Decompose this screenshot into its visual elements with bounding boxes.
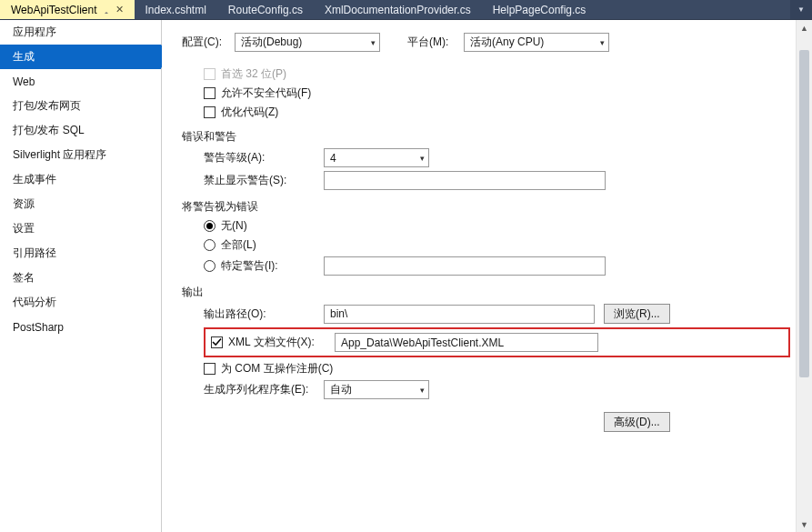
sidebar-item-build-events[interactable]: 生成事件	[0, 167, 161, 192]
xml-doc-checkbox[interactable]	[211, 336, 223, 348]
optimize-checkbox[interactable]	[204, 106, 216, 118]
tab-xmldocprovider[interactable]: XmlDocumentationProvider.cs	[314, 0, 482, 19]
warning-level-value: 4	[330, 152, 336, 165]
sidebar-item-application[interactable]: 应用程序	[0, 20, 161, 45]
suppress-warnings-input[interactable]	[324, 171, 606, 190]
sidebar-item-label: 设置	[13, 221, 35, 236]
sidebar-item-label: Silverlight 应用程序	[13, 147, 106, 163]
treat-all-radio[interactable]	[204, 239, 216, 251]
output-path-input[interactable]: bin\	[324, 305, 595, 324]
treat-specific-label: 特定警告(I):	[221, 258, 324, 274]
sidebar-item-reference-paths[interactable]: 引用路径	[0, 241, 161, 266]
treat-all-row: 全部(L)	[204, 237, 790, 253]
xml-doc-input[interactable]: App_Data\WebApiTestClient.XML	[335, 333, 598, 352]
com-checkbox[interactable]	[204, 363, 216, 375]
allow-unsafe-label: 允许不安全代码(F)	[221, 85, 311, 101]
treat-all-label: 全部(L)	[221, 237, 256, 253]
sidebar-item-label: 打包/发布网页	[13, 98, 81, 114]
allow-unsafe-checkbox[interactable]	[204, 87, 216, 99]
sidebar-item-label: 生成事件	[13, 172, 56, 187]
warning-level-row: 警告等级(A): 4 ▾	[204, 148, 790, 167]
sidebar-item-postsharp[interactable]: PostSharp	[0, 315, 161, 339]
pin-icon	[103, 6, 110, 14]
output-path-label: 输出路径(O):	[204, 306, 324, 322]
sidebar-item-label: PostSharp	[13, 321, 64, 334]
output-path-row: 输出路径(O): bin\ 浏览(R)...	[204, 304, 790, 324]
browse-button[interactable]: 浏览(R)...	[604, 304, 670, 324]
treat-none-label: 无(N)	[221, 218, 247, 234]
chevron-down-icon: ▾	[420, 154, 425, 163]
close-icon[interactable]: ✕	[115, 4, 124, 15]
tab-helppageconfig[interactable]: HelpPageConfig.cs	[482, 0, 597, 19]
scroll-thumb[interactable]	[799, 50, 809, 377]
xml-doc-label: XML 文档文件(X):	[228, 335, 335, 350]
tabstrip-spacer	[596, 0, 790, 19]
chevron-down-icon: ▾	[420, 386, 425, 395]
config-select[interactable]: 活动(Debug) ▾	[235, 33, 380, 52]
output-section-title: 输出	[182, 285, 790, 300]
com-row: 为 COM 互操作注册(C)	[204, 361, 790, 376]
prefer32-label: 首选 32 位(P)	[221, 66, 286, 82]
scroll-up-icon[interactable]: ▲	[797, 20, 812, 35]
treat-specific-input[interactable]	[324, 256, 606, 276]
tab-routeconfig[interactable]: RouteConfig.cs	[217, 0, 314, 19]
treat-section-title: 将警告视为错误	[182, 199, 790, 215]
treat-specific-row: 特定警告(I):	[204, 256, 790, 276]
sidebar-item-label: 应用程序	[13, 25, 56, 40]
tab-label: WebApiTestClient	[11, 4, 97, 16]
warning-level-label: 警告等级(A):	[204, 150, 324, 166]
warning-level-select[interactable]: 4 ▾	[324, 148, 429, 167]
tab-label: XmlDocumentationProvider.cs	[325, 4, 471, 16]
treat-none-row: 无(N)	[204, 218, 790, 234]
sidebar-item-resources[interactable]: 资源	[0, 192, 161, 216]
sidebar-item-label: 打包/发布 SQL	[13, 123, 85, 138]
platform-label: 平台(M):	[407, 35, 464, 50]
sidebar-item-silverlight[interactable]: Silverlight 应用程序	[0, 143, 161, 167]
tab-index-cshtml[interactable]: Index.cshtml	[135, 0, 217, 19]
prefer32-checkbox	[204, 68, 216, 80]
sidebar-item-label: 引用路径	[13, 246, 56, 261]
tab-label: Index.cshtml	[145, 4, 206, 16]
tab-webapitestclient[interactable]: WebApiTestClient ✕	[0, 0, 135, 19]
xml-doc-highlight: XML 文档文件(X): App_Data\WebApiTestClient.X…	[204, 327, 790, 357]
sidebar-item-package-web[interactable]: 打包/发布网页	[0, 94, 161, 118]
platform-value: 活动(Any CPU)	[470, 35, 544, 50]
treat-specific-radio[interactable]	[204, 260, 216, 272]
sidebar-item-label: 代码分析	[13, 295, 56, 310]
sidebar-item-package-sql[interactable]: 打包/发布 SQL	[0, 118, 161, 143]
sidebar-item-settings[interactable]: 设置	[0, 216, 161, 241]
sidebar-item-label: 资源	[13, 196, 35, 212]
config-label: 配置(C):	[182, 35, 235, 50]
config-row: 配置(C): 活动(Debug) ▾ 平台(M): 活动(Any CPU) ▾	[182, 33, 790, 52]
editor-tabstrip: WebApiTestClient ✕ Index.cshtml RouteCon…	[0, 0, 812, 20]
serialize-label: 生成序列化程序集(E):	[204, 382, 324, 397]
content-wrap: 配置(C): 活动(Debug) ▾ 平台(M): 活动(Any CPU) ▾ …	[162, 20, 812, 532]
scroll-track[interactable]	[797, 35, 812, 517]
sidebar-item-web[interactable]: Web	[0, 69, 161, 94]
sidebar-item-build[interactable]: 生成	[0, 45, 161, 69]
sidebar-item-signing[interactable]: 签名	[0, 266, 161, 290]
project-sidebar: 应用程序 生成 Web 打包/发布网页 打包/发布 SQL Silverligh…	[0, 20, 162, 532]
sidebar-item-label: 签名	[13, 270, 35, 286]
optimize-row: 优化代码(Z)	[204, 105, 790, 120]
com-label: 为 COM 互操作注册(C)	[221, 361, 333, 376]
vertical-scrollbar[interactable]: ▲ ▼	[796, 20, 812, 532]
main: 应用程序 生成 Web 打包/发布网页 打包/发布 SQL Silverligh…	[0, 20, 812, 532]
scroll-down-icon[interactable]: ▼	[797, 517, 812, 532]
sidebar-item-code-analysis[interactable]: 代码分析	[0, 290, 161, 315]
tab-label: RouteConfig.cs	[228, 4, 303, 16]
advanced-button[interactable]: 高级(D)...	[604, 412, 670, 432]
advanced-row: 高级(D)...	[204, 412, 790, 432]
config-value: 活动(Debug)	[241, 35, 302, 50]
build-page: 配置(C): 活动(Debug) ▾ 平台(M): 活动(Any CPU) ▾ …	[162, 20, 796, 532]
prefer32-row: 首选 32 位(P)	[204, 66, 790, 82]
platform-select[interactable]: 活动(Any CPU) ▾	[464, 33, 609, 52]
treat-none-radio[interactable]	[204, 220, 216, 232]
serialize-row: 生成序列化程序集(E): 自动 ▾	[204, 380, 790, 399]
serialize-value: 自动	[330, 382, 352, 397]
tab-list-dropdown[interactable]: ▼	[790, 0, 812, 19]
allow-unsafe-row: 允许不安全代码(F)	[204, 85, 790, 101]
chevron-down-icon: ▾	[600, 38, 605, 47]
sidebar-item-label: 生成	[13, 49, 35, 65]
serialize-select[interactable]: 自动 ▾	[324, 380, 429, 399]
